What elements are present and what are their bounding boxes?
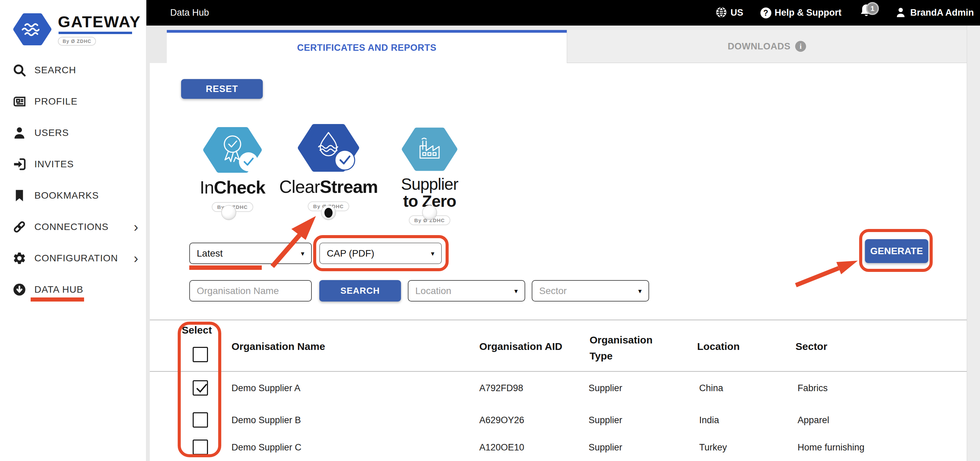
tab-certificates-and-reports[interactable]: CERTIFICATES AND REPORTS	[167, 30, 567, 63]
table-header-bottom-rule	[150, 371, 967, 372]
tab-label: DOWNLOADS	[728, 41, 791, 52]
info-icon: i	[795, 41, 806, 52]
cell-sector: Apparel	[797, 415, 829, 426]
chevron-right-icon: ›	[134, 220, 138, 234]
cell-name: Demo Supplier B	[231, 415, 301, 426]
cell-location: Turkey	[699, 442, 727, 453]
col-header-sector: Sector	[795, 341, 827, 352]
version-dropdown-value: Latest	[197, 248, 223, 259]
col-header-aid: Organisation AID	[479, 341, 562, 352]
brand-name: GATEWAY	[58, 12, 141, 31]
cell-aid: A629OY26	[479, 415, 524, 426]
location-dropdown[interactable]: Location ▾	[408, 280, 525, 301]
product-card-clearstream[interactable]: ClearStream By Ø ZDHC	[276, 121, 381, 211]
cell-aid: A792FD98	[479, 383, 523, 394]
cell-type: Supplier	[589, 415, 622, 426]
sector-dropdown[interactable]: Sector ▾	[532, 280, 649, 301]
sidebar-item-label: SEARCH	[34, 65, 76, 76]
radio-incheck[interactable]	[221, 205, 236, 220]
user-icon	[12, 125, 27, 140]
row-checkbox-demo-supplier-a[interactable]	[192, 380, 208, 396]
version-dropdown[interactable]: Latest ▾	[189, 242, 312, 264]
cell-location: China	[699, 383, 723, 394]
cell-sector: Fabrics	[797, 383, 828, 394]
col-header-select: Select	[182, 324, 212, 336]
notifications-button[interactable]: 1	[859, 3, 878, 23]
supplier-to-zero-hexagon-logo	[400, 125, 459, 173]
sidebar-item-bookmarks[interactable]: BOOKMARKS	[0, 180, 146, 211]
brand-underline	[59, 32, 132, 34]
sidebar-item-label: CONNECTIONS	[34, 222, 108, 232]
region-selector[interactable]: US	[716, 6, 743, 19]
question-icon: ?	[760, 8, 772, 18]
caret-down-icon: ▾	[638, 287, 642, 295]
bookmark-icon	[12, 188, 27, 203]
annotation-underline-data-hub	[31, 297, 84, 301]
search-icon	[12, 63, 27, 78]
search-button[interactable]: SEARCH	[319, 280, 401, 301]
sidebar-item-label: INVITES	[34, 159, 74, 170]
scrollbar[interactable]	[967, 26, 980, 461]
check-badge	[239, 152, 258, 171]
radio-clearstream[interactable]	[321, 205, 336, 220]
sidebar: GATEWAY By Ø ZDHC SEARCH PROFILE USERS	[0, 0, 146, 461]
reset-button[interactable]: RESET	[181, 79, 263, 99]
select-all-checkbox[interactable]	[192, 347, 208, 362]
product-card-incheck[interactable]: InCheck By Ø ZDHC	[180, 124, 285, 212]
caret-down-icon: ▾	[514, 287, 518, 295]
app-screen: GATEWAY By Ø ZDHC SEARCH PROFILE USERS	[0, 0, 980, 461]
organisation-name-input[interactable]	[189, 280, 312, 301]
sidebar-item-label: PROFILE	[34, 96, 78, 107]
page-title: Data Hub	[170, 8, 209, 18]
sidebar-item-label: CONFIGURATION	[34, 253, 118, 264]
cell-sector: Home furnishing	[797, 442, 865, 453]
check-badge	[335, 150, 355, 170]
caret-down-icon: ▾	[431, 249, 434, 258]
help-label: Help & Support	[775, 8, 842, 18]
generate-button[interactable]: GENERATE	[865, 239, 928, 263]
sidebar-item-users[interactable]: USERS	[0, 117, 146, 148]
cell-name: Demo Supplier A	[231, 383, 301, 394]
user-avatar-icon	[894, 6, 907, 20]
table-header-top-rule	[150, 320, 967, 320]
sidebar-item-configuration[interactable]: CONFIGURATION ›	[0, 242, 146, 274]
col-header-name: Organisation Name	[231, 341, 325, 352]
clearstream-hexagon-logo	[296, 121, 361, 175]
sidebar-item-label: BOOKMARKS	[34, 190, 99, 201]
globe-icon	[716, 6, 727, 19]
product-name: Supplierto Zero	[401, 176, 458, 210]
caret-down-icon: ▾	[301, 249, 304, 258]
region-label: US	[730, 8, 743, 18]
chevron-right-icon: ›	[134, 252, 138, 265]
user-menu[interactable]: BrandA Admin	[894, 6, 974, 20]
tab-downloads[interactable]: DOWNLOADS i	[567, 30, 967, 63]
sidebar-item-connections[interactable]: CONNECTIONS ›	[0, 211, 146, 242]
sidebar-item-invites[interactable]: INVITES	[0, 148, 146, 180]
sidebar-item-label: USERS	[34, 128, 69, 138]
tab-label: CERTIFICATES AND REPORTS	[297, 43, 437, 53]
gateway-logo-icon	[12, 11, 52, 47]
col-header-location: Location	[697, 341, 740, 352]
topbar: Data Hub US ? Help & Support 1	[146, 0, 980, 26]
radio-supplier-to-zero[interactable]	[422, 205, 437, 220]
brand-byline: By Ø ZDHC	[58, 37, 96, 46]
cell-aid: A120OE10	[479, 442, 524, 453]
row-checkbox-demo-supplier-c[interactable]	[192, 440, 208, 455]
location-dropdown-placeholder: Location	[415, 286, 451, 297]
cell-name: Demo Supplier C	[231, 442, 302, 453]
gear-icon	[12, 251, 27, 266]
product-name: ClearStream	[279, 177, 378, 196]
annotation-underline-latest	[189, 265, 262, 270]
sidebar-item-search[interactable]: SEARCH	[0, 54, 146, 86]
bell-icon	[859, 15, 874, 21]
help-support[interactable]: ? Help & Support	[760, 8, 842, 18]
sidebar-item-profile[interactable]: PROFILE	[0, 86, 146, 117]
newspaper-icon	[12, 94, 27, 109]
chain-link-icon	[12, 219, 27, 234]
tab-bar: CERTIFICATES AND REPORTS DOWNLOADS i	[167, 30, 967, 63]
incheck-hexagon-logo	[202, 124, 263, 175]
row-checkbox-demo-supplier-b[interactable]	[192, 412, 208, 428]
report-type-dropdown[interactable]: CAP (PDF) ▾	[319, 242, 442, 264]
notification-badge: 1	[866, 2, 879, 15]
col-header-type: Organisation Type	[590, 332, 663, 364]
